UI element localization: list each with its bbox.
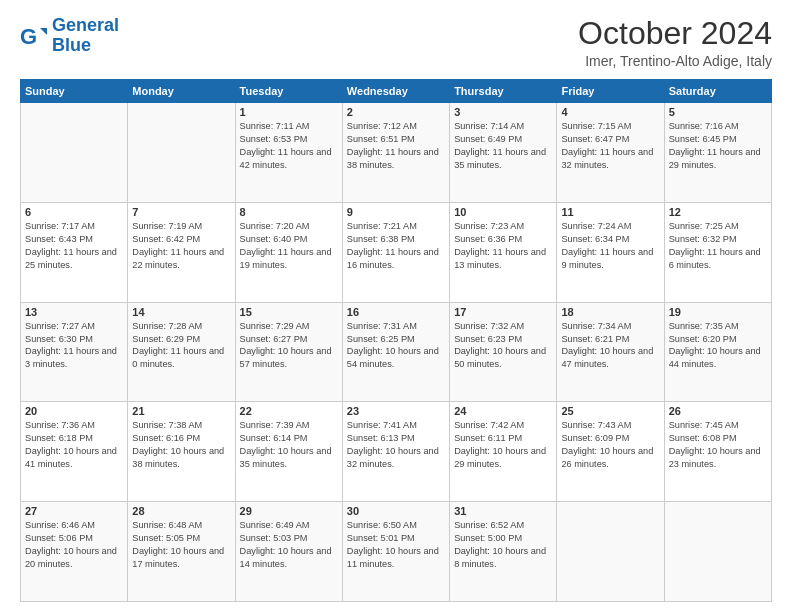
day-info: Sunrise: 7:21 AMSunset: 6:38 PMDaylight:…: [347, 220, 445, 272]
week-row-2: 6Sunrise: 7:17 AMSunset: 6:43 PMDaylight…: [21, 202, 772, 302]
calendar-cell: 29Sunrise: 6:49 AMSunset: 5:03 PMDayligh…: [235, 502, 342, 602]
day-number: 4: [561, 106, 659, 118]
header: G General Blue October 2024 Imer, Trenti…: [20, 16, 772, 69]
calendar-cell: 4Sunrise: 7:15 AMSunset: 6:47 PMDaylight…: [557, 103, 664, 203]
calendar-cell: 11Sunrise: 7:24 AMSunset: 6:34 PMDayligh…: [557, 202, 664, 302]
header-day-sunday: Sunday: [21, 80, 128, 103]
day-number: 2: [347, 106, 445, 118]
calendar-cell: 31Sunrise: 6:52 AMSunset: 5:00 PMDayligh…: [450, 502, 557, 602]
day-info: Sunrise: 7:38 AMSunset: 6:16 PMDaylight:…: [132, 419, 230, 471]
day-number: 3: [454, 106, 552, 118]
logo-general: General: [52, 15, 119, 35]
calendar-cell: 13Sunrise: 7:27 AMSunset: 6:30 PMDayligh…: [21, 302, 128, 402]
header-row: SundayMondayTuesdayWednesdayThursdayFrid…: [21, 80, 772, 103]
day-number: 13: [25, 306, 123, 318]
day-info: Sunrise: 7:14 AMSunset: 6:49 PMDaylight:…: [454, 120, 552, 172]
day-number: 30: [347, 505, 445, 517]
day-number: 11: [561, 206, 659, 218]
calendar-cell: 18Sunrise: 7:34 AMSunset: 6:21 PMDayligh…: [557, 302, 664, 402]
day-info: Sunrise: 7:23 AMSunset: 6:36 PMDaylight:…: [454, 220, 552, 272]
day-info: Sunrise: 7:42 AMSunset: 6:11 PMDaylight:…: [454, 419, 552, 471]
calendar-cell: 30Sunrise: 6:50 AMSunset: 5:01 PMDayligh…: [342, 502, 449, 602]
day-number: 1: [240, 106, 338, 118]
day-number: 21: [132, 405, 230, 417]
logo-text: General Blue: [52, 16, 119, 56]
calendar-cell: 20Sunrise: 7:36 AMSunset: 6:18 PMDayligh…: [21, 402, 128, 502]
day-info: Sunrise: 7:27 AMSunset: 6:30 PMDaylight:…: [25, 320, 123, 372]
calendar-cell: 9Sunrise: 7:21 AMSunset: 6:38 PMDaylight…: [342, 202, 449, 302]
calendar-cell: [128, 103, 235, 203]
calendar-cell: 6Sunrise: 7:17 AMSunset: 6:43 PMDaylight…: [21, 202, 128, 302]
day-number: 26: [669, 405, 767, 417]
calendar-cell: 26Sunrise: 7:45 AMSunset: 6:08 PMDayligh…: [664, 402, 771, 502]
calendar-cell: 23Sunrise: 7:41 AMSunset: 6:13 PMDayligh…: [342, 402, 449, 502]
day-info: Sunrise: 7:11 AMSunset: 6:53 PMDaylight:…: [240, 120, 338, 172]
calendar-cell: 14Sunrise: 7:28 AMSunset: 6:29 PMDayligh…: [128, 302, 235, 402]
day-info: Sunrise: 7:20 AMSunset: 6:40 PMDaylight:…: [240, 220, 338, 272]
calendar-cell: 25Sunrise: 7:43 AMSunset: 6:09 PMDayligh…: [557, 402, 664, 502]
calendar-body: 1Sunrise: 7:11 AMSunset: 6:53 PMDaylight…: [21, 103, 772, 602]
header-day-monday: Monday: [128, 80, 235, 103]
day-info: Sunrise: 6:49 AMSunset: 5:03 PMDaylight:…: [240, 519, 338, 571]
day-number: 23: [347, 405, 445, 417]
calendar-cell: 7Sunrise: 7:19 AMSunset: 6:42 PMDaylight…: [128, 202, 235, 302]
day-number: 14: [132, 306, 230, 318]
day-info: Sunrise: 7:43 AMSunset: 6:09 PMDaylight:…: [561, 419, 659, 471]
day-info: Sunrise: 7:29 AMSunset: 6:27 PMDaylight:…: [240, 320, 338, 372]
calendar-cell: 5Sunrise: 7:16 AMSunset: 6:45 PMDaylight…: [664, 103, 771, 203]
week-row-5: 27Sunrise: 6:46 AMSunset: 5:06 PMDayligh…: [21, 502, 772, 602]
calendar-cell: 10Sunrise: 7:23 AMSunset: 6:36 PMDayligh…: [450, 202, 557, 302]
day-number: 20: [25, 405, 123, 417]
day-number: 24: [454, 405, 552, 417]
svg-text:G: G: [20, 24, 37, 49]
day-number: 5: [669, 106, 767, 118]
day-number: 19: [669, 306, 767, 318]
day-info: Sunrise: 7:41 AMSunset: 6:13 PMDaylight:…: [347, 419, 445, 471]
day-info: Sunrise: 7:25 AMSunset: 6:32 PMDaylight:…: [669, 220, 767, 272]
day-info: Sunrise: 7:16 AMSunset: 6:45 PMDaylight:…: [669, 120, 767, 172]
calendar-cell: 27Sunrise: 6:46 AMSunset: 5:06 PMDayligh…: [21, 502, 128, 602]
day-number: 8: [240, 206, 338, 218]
day-number: 7: [132, 206, 230, 218]
day-info: Sunrise: 6:46 AMSunset: 5:06 PMDaylight:…: [25, 519, 123, 571]
header-day-saturday: Saturday: [664, 80, 771, 103]
day-number: 25: [561, 405, 659, 417]
header-day-wednesday: Wednesday: [342, 80, 449, 103]
day-info: Sunrise: 7:39 AMSunset: 6:14 PMDaylight:…: [240, 419, 338, 471]
day-number: 18: [561, 306, 659, 318]
day-number: 6: [25, 206, 123, 218]
day-info: Sunrise: 7:28 AMSunset: 6:29 PMDaylight:…: [132, 320, 230, 372]
day-info: Sunrise: 7:32 AMSunset: 6:23 PMDaylight:…: [454, 320, 552, 372]
calendar-cell: 16Sunrise: 7:31 AMSunset: 6:25 PMDayligh…: [342, 302, 449, 402]
day-number: 16: [347, 306, 445, 318]
logo: G General Blue: [20, 16, 119, 56]
day-info: Sunrise: 7:36 AMSunset: 6:18 PMDaylight:…: [25, 419, 123, 471]
day-info: Sunrise: 6:48 AMSunset: 5:05 PMDaylight:…: [132, 519, 230, 571]
calendar-cell: 19Sunrise: 7:35 AMSunset: 6:20 PMDayligh…: [664, 302, 771, 402]
week-row-4: 20Sunrise: 7:36 AMSunset: 6:18 PMDayligh…: [21, 402, 772, 502]
calendar-cell: 22Sunrise: 7:39 AMSunset: 6:14 PMDayligh…: [235, 402, 342, 502]
title-block: October 2024 Imer, Trentino-Alto Adige, …: [578, 16, 772, 69]
calendar-cell: 12Sunrise: 7:25 AMSunset: 6:32 PMDayligh…: [664, 202, 771, 302]
calendar-cell: 8Sunrise: 7:20 AMSunset: 6:40 PMDaylight…: [235, 202, 342, 302]
day-number: 29: [240, 505, 338, 517]
header-day-friday: Friday: [557, 80, 664, 103]
day-number: 12: [669, 206, 767, 218]
day-number: 31: [454, 505, 552, 517]
header-day-thursday: Thursday: [450, 80, 557, 103]
day-number: 27: [25, 505, 123, 517]
page: G General Blue October 2024 Imer, Trenti…: [0, 0, 792, 612]
day-info: Sunrise: 7:19 AMSunset: 6:42 PMDaylight:…: [132, 220, 230, 272]
location: Imer, Trentino-Alto Adige, Italy: [578, 53, 772, 69]
logo-blue: Blue: [52, 35, 91, 55]
week-row-3: 13Sunrise: 7:27 AMSunset: 6:30 PMDayligh…: [21, 302, 772, 402]
day-info: Sunrise: 7:24 AMSunset: 6:34 PMDaylight:…: [561, 220, 659, 272]
header-day-tuesday: Tuesday: [235, 80, 342, 103]
day-info: Sunrise: 7:34 AMSunset: 6:21 PMDaylight:…: [561, 320, 659, 372]
day-number: 17: [454, 306, 552, 318]
calendar-cell: 17Sunrise: 7:32 AMSunset: 6:23 PMDayligh…: [450, 302, 557, 402]
calendar-cell: [21, 103, 128, 203]
calendar-table: SundayMondayTuesdayWednesdayThursdayFrid…: [20, 79, 772, 602]
day-info: Sunrise: 7:31 AMSunset: 6:25 PMDaylight:…: [347, 320, 445, 372]
calendar-cell: 1Sunrise: 7:11 AMSunset: 6:53 PMDaylight…: [235, 103, 342, 203]
